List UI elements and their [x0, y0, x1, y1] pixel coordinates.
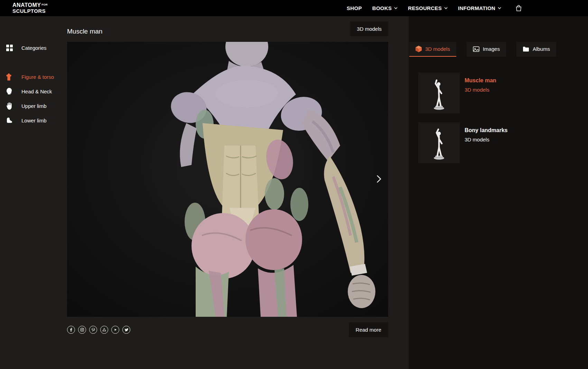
list-item-bony-landmarks[interactable]: Bony landmarks 3D models	[418, 122, 588, 163]
chevron-down-icon	[444, 7, 448, 9]
sidebar-item-figure-torso[interactable]: Figure & torso	[6, 73, 67, 81]
nav-shop[interactable]: SHOP	[347, 5, 362, 11]
youtube-share-button[interactable]	[111, 326, 119, 334]
bony-landmarks-statue-thumbnail[interactable]	[418, 122, 460, 163]
tab-3d-models[interactable]: 3D models	[409, 42, 456, 57]
category-list: Figure & torso Head & Neck Upper limb	[6, 73, 67, 124]
muscle-man-3d-model[interactable]	[67, 42, 388, 317]
type-badge-3d-models[interactable]: 3D models	[350, 21, 388, 36]
artstation-icon	[102, 328, 106, 332]
sidebar-item-head-neck[interactable]: Head & Neck	[6, 87, 67, 95]
nav-books[interactable]: BOOKS	[372, 5, 398, 11]
sidebar-item-label: Upper limb	[21, 103, 47, 109]
tab-albums[interactable]: Albums	[516, 42, 556, 57]
main-nav: SHOP BOOKS RESOURCES INFORMATION	[347, 4, 522, 12]
nav-information-label: INFORMATION	[458, 5, 495, 11]
next-model-button[interactable]	[374, 173, 383, 186]
model-viewer-section: Muscle man 3D models	[67, 16, 409, 369]
facebook-share-button[interactable]	[67, 326, 75, 334]
nav-books-label: BOOKS	[372, 5, 392, 11]
image-icon	[473, 46, 479, 52]
list-item-subtitle: 3D models	[465, 87, 496, 93]
pinterest-icon	[91, 328, 95, 332]
nav-information[interactable]: INFORMATION	[458, 5, 501, 11]
logo-line1: ANATOMY	[12, 2, 41, 8]
tab-images[interactable]: Images	[467, 42, 506, 57]
nav-resources-label: RESOURCES	[408, 5, 442, 11]
shopping-bag-icon	[515, 4, 522, 12]
list-item-title[interactable]: Muscle man	[465, 77, 496, 84]
top-nav-bar: ANATOMYFOR SCULPTORS SHOP BOOKS RESOURCE…	[0, 0, 588, 16]
sidebar-item-label: Head & Neck	[21, 89, 52, 94]
head-icon	[6, 88, 21, 95]
related-content-panel: 3D models Images Albums	[409, 16, 588, 369]
instagram-share-button[interactable]	[78, 326, 86, 334]
tab-label: Albums	[533, 46, 550, 52]
sidebar-item-upper-limb[interactable]: Upper limb	[6, 102, 67, 110]
torso-icon	[6, 73, 21, 81]
pinterest-share-button[interactable]	[89, 326, 97, 334]
category-sidebar: Categories Figure & torso Head & Neck	[0, 16, 67, 369]
3d-viewer	[67, 42, 388, 317]
categories-header: Categories	[6, 44, 67, 52]
logo[interactable]: ANATOMYFOR SCULPTORS	[12, 2, 48, 14]
facebook-icon	[69, 328, 73, 332]
tab-label: 3D models	[425, 46, 450, 52]
sidebar-item-label: Figure & torso	[21, 74, 54, 80]
foot-icon	[6, 117, 21, 124]
social-share-row	[67, 326, 130, 334]
categories-title: Categories	[21, 45, 47, 51]
muscle-man-statue-thumbnail[interactable]	[418, 73, 460, 113]
artstation-share-button[interactable]	[100, 326, 108, 334]
logo-line2: SCULPTORS	[12, 8, 48, 14]
twitter-share-button[interactable]	[122, 326, 130, 334]
list-item-title[interactable]: Bony landmarks	[465, 127, 507, 133]
cart-button[interactable]	[515, 4, 522, 12]
chevron-down-icon	[394, 7, 398, 9]
page-title: Muscle man	[67, 28, 102, 37]
hand-icon	[6, 102, 21, 110]
model-list: Muscle man 3D models	[409, 73, 588, 163]
youtube-icon	[113, 328, 117, 332]
nav-resources[interactable]: RESOURCES	[408, 5, 448, 11]
instagram-icon	[80, 328, 84, 332]
sidebar-item-label: Lower limb	[21, 118, 47, 123]
cube-icon	[416, 46, 422, 52]
nav-shop-label: SHOP	[347, 5, 362, 11]
grid-icon	[6, 45, 21, 51]
list-item-subtitle: 3D models	[465, 137, 507, 142]
chevron-down-icon	[498, 7, 501, 9]
sidebar-item-lower-limb[interactable]: Lower limb	[6, 117, 67, 124]
content-tabs: 3D models Images Albums	[409, 42, 588, 57]
chevron-right-icon	[376, 175, 381, 183]
twitter-icon	[124, 328, 129, 332]
list-item-muscle-man[interactable]: Muscle man 3D models	[418, 73, 588, 113]
logo-for: FOR	[41, 3, 48, 6]
tab-label: Images	[483, 46, 500, 52]
folder-icon	[523, 46, 529, 52]
read-more-button[interactable]: Read more	[349, 322, 388, 337]
